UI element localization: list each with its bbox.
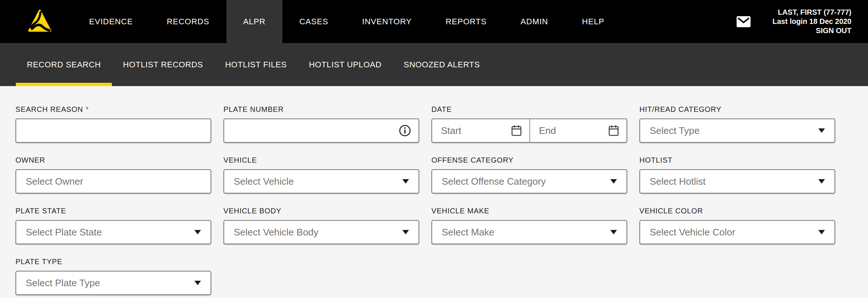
field-plate-number: PLATE NUMBER [223,105,419,143]
field-vehicle-color: VEHICLE COLOR Select Vehicle Color [639,207,835,244]
field-label: DATE [431,105,627,114]
tab-label: HOTLIST FILES [225,60,287,70]
chevron-down-icon [610,230,617,234]
nav-item-evidence[interactable]: EVIDENCE [72,0,150,43]
date-start-input[interactable]: Start [432,119,529,142]
field-label: VEHICLE MAKE [431,207,627,215]
mail-icon [736,16,751,28]
field-label: PLATE NUMBER [223,105,419,114]
date-end-input[interactable]: End [529,119,627,142]
field-label: OWNER [15,156,211,164]
select-placeholder: Select Vehicle [234,176,294,187]
info-icon[interactable] [399,124,411,137]
vehicle-make-select[interactable]: Select Make [431,220,627,244]
select-placeholder: Select Vehicle Color [650,227,735,238]
hotlist-select[interactable]: Select Hotlist [639,169,835,194]
select-placeholder: Select Plate State [26,227,102,238]
tab-hotlist-upload[interactable]: HOTLIST UPLOAD [298,43,392,86]
calendar-icon[interactable] [608,125,619,136]
record-search-form: SEARCH REASON* PLATE NUMBER [0,86,868,298]
search-reason-input[interactable] [16,119,211,142]
tab-label: HOTLIST RECORDS [123,60,203,70]
last-login-text: Last login 18 Dec 2020 [772,17,851,26]
field-hit-read-category: HIT/READ CATEGORY Select Type [639,105,835,143]
select-placeholder: Select Hotlist [650,176,706,187]
tab-label: SNOOZED ALERTS [404,60,480,70]
nav-item-reports[interactable]: REPORTS [429,0,504,43]
tab-record-search[interactable]: RECORD SEARCH [16,43,112,86]
field-search-reason: SEARCH REASON* [15,105,211,143]
field-label: PLATE TYPE [15,258,211,266]
calendar-icon[interactable] [511,125,522,136]
field-offense-category: OFFENSE CATEGORY Select Offense Category [431,156,627,194]
vehicle-color-select[interactable]: Select Vehicle Color [639,220,835,244]
field-vehicle-body: VEHICLE BODY Select Vehicle Body [223,207,419,244]
user-info-block: LAST, FIRST (77-777) Last login 18 Dec 2… [772,8,851,35]
field-owner: OWNER [15,156,211,194]
field-label: HOTLIST [639,156,835,164]
tab-label: HOTLIST UPLOAD [309,60,381,70]
field-vehicle-make: VEHICLE MAKE Select Make [431,207,627,244]
nav-item-cases[interactable]: CASES [282,0,345,43]
field-label: VEHICLE COLOR [639,207,835,215]
required-asterisk: * [86,105,89,113]
field-label: PLATE STATE [15,207,211,215]
user-name-badge: LAST, FIRST (77-777) [772,8,851,17]
field-label: OFFENSE CATEGORY [431,156,627,164]
field-vehicle: VEHICLE Select Vehicle [223,156,419,194]
select-placeholder: Select Plate Type [26,277,100,289]
sign-out-link[interactable]: SIGN OUT [816,26,851,35]
axon-delta-logo-icon [27,8,52,36]
plate-type-select[interactable]: Select Plate Type [15,271,211,295]
chevron-down-icon [818,230,825,234]
select-placeholder: Select Type [650,125,699,136]
plate-state-select[interactable]: Select Plate State [15,220,211,244]
tab-hotlist-records[interactable]: HOTLIST RECORDS [112,43,214,86]
vehicle-select[interactable]: Select Vehicle [223,169,419,194]
date-end-placeholder: End [539,125,556,136]
select-placeholder: Select Offense Category [442,176,546,187]
vehicle-body-select[interactable]: Select Vehicle Body [223,220,419,244]
tab-snoozed-alerts[interactable]: SNOOZED ALERTS [393,43,491,86]
messages-button[interactable] [736,16,751,28]
field-hotlist: HOTLIST Select Hotlist [639,156,835,194]
field-label: HIT/READ CATEGORY [639,105,835,114]
topnav-account-area: LAST, FIRST (77-777) Last login 18 Dec 2… [736,0,868,43]
brand-logo-link[interactable] [0,0,52,43]
chevron-down-icon [402,230,409,234]
active-tab-underline [16,83,112,86]
nav-item-inventory[interactable]: INVENTORY [345,0,429,43]
hit-read-category-select[interactable]: Select Type [639,118,835,143]
field-plate-type: PLATE TYPE Select Plate Type [15,258,211,295]
select-placeholder: Select Make [442,227,494,238]
chevron-down-icon [818,179,825,184]
tab-label: RECORD SEARCH [27,60,101,70]
chevron-down-icon [194,281,201,285]
nav-item-help[interactable]: HELP [565,0,621,43]
chevron-down-icon [402,179,409,184]
date-start-placeholder: Start [441,125,461,136]
field-plate-state: PLATE STATE Select Plate State [15,207,211,244]
plate-number-input[interactable] [224,119,419,142]
field-date: DATE Start End [431,105,627,143]
chevron-down-icon [818,128,825,133]
select-placeholder: Select Vehicle Body [234,227,318,238]
field-label: SEARCH REASON* [15,105,211,114]
owner-input[interactable] [16,170,211,193]
field-label: VEHICLE BODY [223,207,419,215]
chevron-down-icon [194,230,201,234]
top-navigation-bar: EVIDENCE RECORDS ALPR CASES INVENTORY RE… [0,0,868,43]
nav-item-alpr[interactable]: ALPR [226,0,283,43]
nav-item-records[interactable]: RECORDS [150,0,226,43]
field-label: VEHICLE [223,156,419,164]
nav-item-admin[interactable]: ADMIN [504,0,565,43]
tab-hotlist-files[interactable]: HOTLIST FILES [214,43,298,86]
primary-nav-items: EVIDENCE RECORDS ALPR CASES INVENTORY RE… [72,0,621,43]
chevron-down-icon [610,179,617,184]
alpr-section-tabs: RECORD SEARCH HOTLIST RECORDS HOTLIST FI… [0,43,868,86]
offense-category-select[interactable]: Select Offense Category [431,169,627,194]
